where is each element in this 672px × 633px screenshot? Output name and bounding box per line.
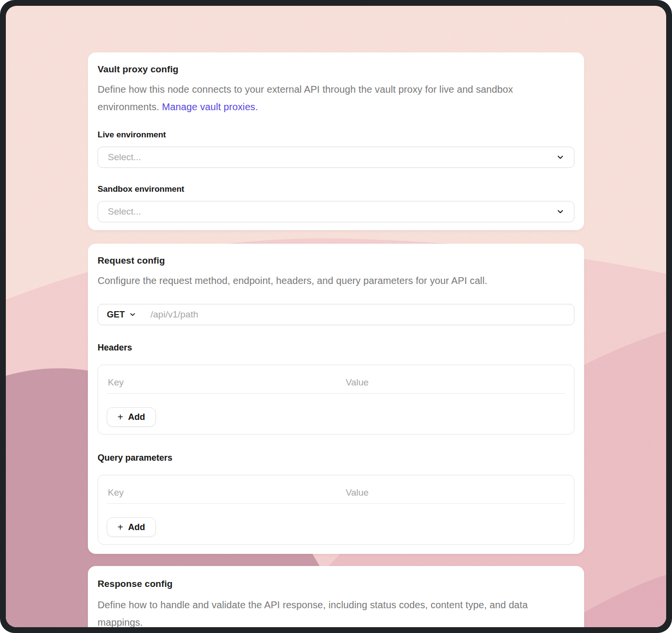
headers-key-value-row	[107, 372, 565, 394]
http-method-value: GET	[107, 310, 125, 320]
query-value-input[interactable]	[336, 487, 564, 499]
vault-description-text: Define how this node connects to your ex…	[98, 84, 473, 95]
sandbox-environment-select[interactable]: Select...	[98, 201, 574, 222]
response-card-title: Response config	[98, 579, 574, 589]
vault-card-description: Define how this node connects to your ex…	[98, 81, 574, 116]
header-value-input[interactable]	[336, 377, 564, 388]
live-environment-select-value: Select...	[108, 152, 141, 163]
chevron-down-icon	[556, 208, 564, 216]
request-endpoint-row: GET	[98, 304, 574, 325]
app-background: Vault proxy config Define how this node …	[6, 6, 666, 627]
plus-icon: +	[118, 522, 123, 532]
request-card-description: Configure the request method, endpoint, …	[98, 272, 574, 289]
headers-label: Headers	[98, 343, 574, 353]
vault-proxy-config-card: Vault proxy config Define how this node …	[88, 52, 584, 230]
plus-icon: +	[118, 412, 123, 422]
add-query-parameter-button[interactable]: + Add	[107, 517, 156, 537]
query-key-value-row	[107, 482, 565, 504]
live-environment-select[interactable]: Select...	[98, 147, 574, 168]
request-config-card: Request config Configure the request met…	[88, 244, 584, 554]
header-key-input[interactable]	[107, 377, 326, 388]
live-environment-label: Live environment	[98, 130, 574, 140]
add-header-button[interactable]: + Add	[107, 407, 156, 427]
manage-vault-proxies-link[interactable]: Manage vault proxies.	[162, 101, 258, 112]
response-card-description: Define how to handle and validate the AP…	[98, 596, 574, 627]
chevron-down-icon	[556, 153, 564, 161]
device-frame: Vault proxy config Define how this node …	[0, 0, 672, 633]
http-method-select[interactable]: GET	[106, 310, 137, 320]
config-panel: Vault proxy config Define how this node …	[88, 52, 584, 627]
endpoint-path-input[interactable]	[150, 309, 566, 320]
query-key-input[interactable]	[107, 487, 326, 499]
sandbox-environment-select-value: Select...	[108, 206, 141, 217]
request-card-title: Request config	[98, 255, 574, 266]
vault-card-title: Vault proxy config	[98, 64, 574, 75]
response-config-card: Response config Define how to handle and…	[88, 566, 584, 627]
sandbox-environment-label: Sandbox environment	[98, 184, 574, 194]
add-query-parameter-button-label: Add	[128, 522, 145, 533]
headers-editor: + Add	[98, 365, 574, 434]
chevron-down-icon	[129, 311, 136, 318]
add-header-button-label: Add	[128, 412, 145, 422]
query-parameters-label: Query parameters	[98, 453, 574, 463]
query-parameters-editor: + Add	[98, 475, 574, 545]
